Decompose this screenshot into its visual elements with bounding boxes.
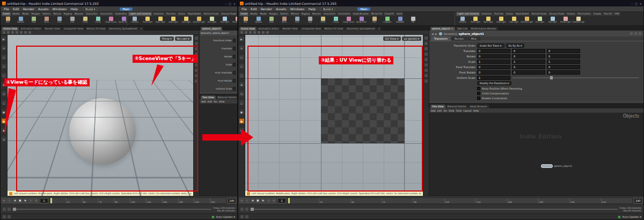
take-selector[interactable]: Main	[120, 8, 132, 11]
timeline-tick[interactable]: 72	[98, 198, 114, 203]
message-log-icon[interactable]	[3, 215, 6, 218]
display-option-icon[interactable]	[425, 63, 428, 67]
shelf-tab-polygon[interactable]: Polygon	[31, 12, 41, 16]
checkbox-keep-position-when-parenting[interactable]	[477, 87, 480, 90]
shelf-tool-spray-paint[interactable]: Spray Paint	[355, 17, 368, 25]
param-field[interactable]: 1	[477, 60, 510, 64]
checkbox-enable-constraints[interactable]	[477, 97, 480, 100]
shelf-tool-font[interactable]: Font	[368, 17, 380, 25]
shelf-tab-guide-brushes[interactable]: Guide Brushes	[352, 12, 370, 16]
shelf-tool-curve[interactable]: Curve	[92, 17, 104, 25]
shelf-tool-geo-light[interactable]: Geo Light	[180, 17, 192, 25]
display-option-icon[interactable]	[425, 42, 428, 45]
view-toolbar-icon[interactable]	[266, 31, 269, 34]
display-option-icon[interactable]	[425, 36, 428, 40]
slider-handle[interactable]	[13, 208, 16, 211]
update-mode-selector[interactable]: Auto Update ▾	[216, 215, 235, 218]
checkbox-child-compensation[interactable]	[477, 92, 480, 95]
slider-handle[interactable]	[251, 208, 254, 211]
view-mode-icon[interactable]: ◉	[239, 119, 244, 123]
menu-assets[interactable]: Assets	[36, 7, 50, 11]
view-type-selector[interactable]: Persp ▾	[160, 36, 174, 41]
timeline-tick[interactable]: 48	[82, 198, 98, 203]
shelf-tool-portal-light[interactable]: Portal Light	[231, 17, 237, 25]
shelf-tool-volume-light[interactable]: Volume Light	[521, 17, 533, 25]
shelf-tab-particles[interactable]: Particles	[165, 12, 177, 16]
param-field[interactable]: 0	[477, 65, 510, 69]
snap-toggle-icon[interactable]: ⊕	[2, 82, 6, 87]
scale-tool-icon[interactable]: ◇	[2, 64, 6, 69]
shelf-tab-constraints[interactable]: Constraints	[337, 12, 352, 16]
param-field[interactable]: 0	[512, 70, 545, 75]
menu-help[interactable]: Help	[306, 7, 317, 11]
shelf-tab-solid[interactable]: Solid	[396, 12, 403, 16]
shelf-tool-ambient-light[interactable]: Ambient Light	[572, 17, 584, 25]
update-mode-selector[interactable]: Auto Update ▾	[623, 215, 641, 218]
jump-to-end-icon[interactable]: »	[34, 198, 39, 203]
select-tool-icon[interactable]: ▶	[2, 36, 6, 41]
nav-back-icon[interactable]: ◀	[431, 32, 434, 35]
shelf-tab-rigging[interactable]: Rigging	[63, 12, 73, 16]
shelf-tab-characters[interactable]: Characters	[323, 12, 336, 16]
timeline-tick[interactable]: 192	[178, 198, 194, 203]
view-toolbar-icon[interactable]	[249, 31, 252, 34]
audio-toggle-icon[interactable]	[8, 208, 11, 211]
pane-tab-parameters[interactable]: sphere_object1	[201, 27, 222, 31]
pane-tab-geometry-spreadsheet[interactable]: Geometry Spreadsheet	[345, 27, 376, 31]
shelf-tool-l-system[interactable]: L-System	[381, 17, 393, 25]
shelf-tool-spot-light[interactable]: Spot Light	[482, 17, 494, 25]
pane-tab-render-view[interactable]: Render View	[281, 27, 299, 31]
shelf-tab-collisions[interactable]: Collisions	[480, 12, 493, 16]
scale-tool-icon[interactable]: ◇	[239, 64, 244, 69]
shelf-tab-texture[interactable]: Texture	[52, 12, 62, 16]
param-tab-render[interactable]: Render	[451, 36, 467, 41]
pane-tab-composite-view[interactable]: Composite View	[300, 27, 323, 31]
transform-order-select[interactable]: Scale Rot Trans ▾	[477, 43, 504, 48]
param-tab-transform[interactable]: Transform	[431, 36, 451, 41]
jump-to-end-icon[interactable]: »	[272, 198, 276, 203]
minimize-button[interactable]: –	[632, 2, 633, 5]
timeline-tick[interactable]: 24	[66, 198, 82, 203]
next-frame-icon[interactable]: ›	[28, 198, 33, 203]
shelf-tab-viscous-fluids[interactable]: Viscous Fluids	[220, 12, 237, 16]
shelf-tool-sphere[interactable]: Sphere	[14, 17, 27, 25]
display-option-icon[interactable]	[425, 69, 428, 72]
shelf-tab-fem[interactable]: FEM	[613, 12, 620, 16]
shelf-tab-deform[interactable]: Deform	[279, 12, 289, 16]
shelf-tab-polygon[interactable]: Polygon	[268, 12, 279, 16]
shelf-tab-rigid-bodies[interactable]: Rigid Bodies	[187, 12, 202, 16]
menu-render[interactable]: Render	[21, 7, 36, 11]
timeline-tick[interactable]: 240	[210, 198, 226, 203]
construction-plane-icon[interactable]: ⊙	[2, 91, 6, 96]
display-option-icon[interactable]	[195, 69, 198, 72]
pane-tab-tree-view[interactable]: Tree View	[201, 96, 216, 99]
titlebar[interactable]: untitled.hip - Houdini Indie Limited-Com…	[1, 1, 237, 6]
pane-tab-animation-editor[interactable]: Animation Editor	[19, 27, 43, 31]
timeline-tick[interactable]: 1	[288, 198, 319, 203]
net-menu-go[interactable]: Go	[443, 109, 447, 112]
realtime-toggle-icon[interactable]	[3, 208, 6, 211]
shelf-tab-crowds[interactable]: Crowds	[592, 12, 603, 16]
param-field[interactable]: 0	[512, 65, 545, 69]
view-type-selector[interactable]: UV View ▾	[383, 36, 401, 41]
display-option-icon[interactable]	[425, 47, 428, 50]
view-toolbar-icon[interactable]	[253, 31, 256, 34]
pane-tab-scene-view[interactable]: Scene View	[239, 27, 257, 31]
shelf-tab-viscous-fluids[interactable]: Viscous Fluids	[548, 12, 565, 16]
shelf-tool-curve[interactable]: Curve	[330, 17, 342, 25]
timeline[interactable]: 124487296120144168192216240	[287, 197, 633, 204]
net-menu-layout[interactable]: Layout	[463, 109, 471, 112]
net-menu-go[interactable]: Go	[214, 100, 217, 103]
param-field[interactable]: 0	[512, 54, 545, 58]
view-toolbar-icon[interactable]	[11, 31, 14, 34]
shelf-tool-grid[interactable]: Grid	[291, 17, 303, 25]
shelf-tab-grains[interactable]: Grains	[177, 12, 186, 16]
display-option-icon[interactable]	[425, 74, 428, 77]
pane-tab-material-palette[interactable]: Material Palette	[446, 105, 468, 108]
view-toolbar-icon[interactable]	[16, 31, 18, 34]
display-option-icon[interactable]	[195, 42, 198, 45]
end-frame-field[interactable]: 240	[634, 198, 642, 203]
shelf-tool-point-light[interactable]: Point Light	[469, 17, 481, 25]
param-slider[interactable]	[233, 71, 236, 75]
shelf-tool-env-light[interactable]: Env Light	[206, 17, 218, 25]
